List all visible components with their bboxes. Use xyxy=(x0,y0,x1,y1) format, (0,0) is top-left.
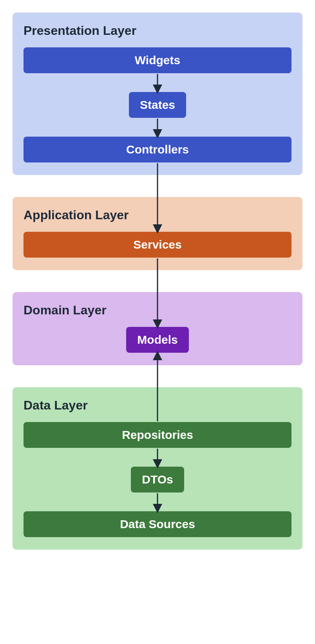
node-controllers: Controllers xyxy=(24,137,291,162)
layer-presentation: Presentation Layer Widgets States Contro… xyxy=(13,13,302,175)
layer-title-data: Data Layer xyxy=(24,398,291,413)
layer-title-presentation: Presentation Layer xyxy=(24,23,291,38)
node-services: Services xyxy=(24,232,291,258)
layer-application: Application Layer Services xyxy=(13,197,302,270)
layer-domain: Domain Layer Models xyxy=(13,292,302,365)
layer-title-domain: Domain Layer xyxy=(24,303,291,317)
node-widgets: Widgets xyxy=(24,47,291,73)
node-dtos: DTOs xyxy=(131,467,184,492)
layer-title-application: Application Layer xyxy=(24,208,291,222)
node-states: States xyxy=(129,92,186,118)
node-data-sources: Data Sources xyxy=(24,511,291,537)
node-models: Models xyxy=(126,327,188,353)
layer-data: Data Layer Repositories DTOs Data Source… xyxy=(13,387,302,550)
diagram-canvas: Presentation Layer Widgets States Contro… xyxy=(0,0,315,644)
node-repositories: Repositories xyxy=(24,422,291,448)
